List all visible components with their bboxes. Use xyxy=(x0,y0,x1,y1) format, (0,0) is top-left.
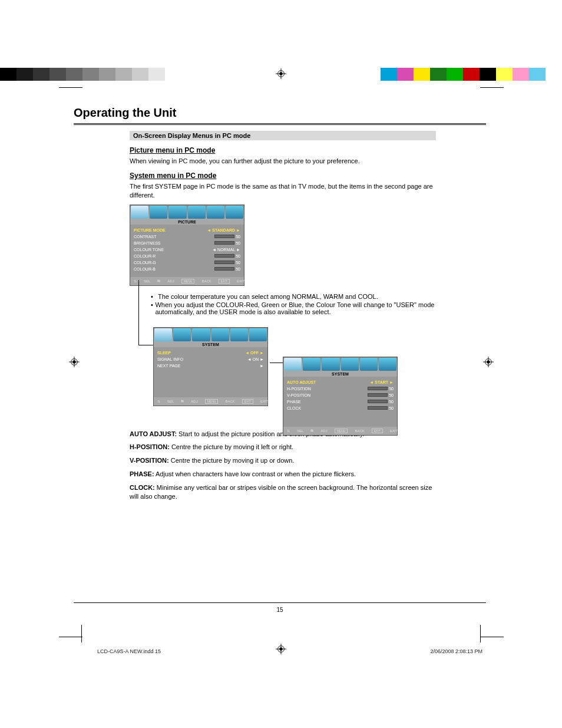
arrow-left-icon[interactable]: ◄ xyxy=(212,248,216,252)
arrow-right-icon[interactable]: ► xyxy=(260,351,264,355)
osd-tab[interactable] xyxy=(131,206,148,219)
osd-row[interactable]: SIGNAL INFO◄ON► xyxy=(157,356,264,363)
arrow-left-icon[interactable]: ◄ xyxy=(369,380,373,384)
osd-row-label: COLOUR-G xyxy=(134,261,214,265)
osd-row-value: 50 xyxy=(236,241,240,245)
osd-title: SYSTEM xyxy=(283,371,397,377)
osd-title: PICTURE xyxy=(130,219,244,225)
osd-row-label: PHASE xyxy=(287,400,368,404)
page-title: Operating the Unit xyxy=(74,106,486,120)
arrow-left-icon[interactable]: ◄ xyxy=(245,351,249,355)
osd-slider[interactable] xyxy=(214,254,234,258)
arrow-right-icon[interactable]: ► xyxy=(236,248,240,252)
osd-tab[interactable] xyxy=(150,206,167,219)
osd-slider[interactable] xyxy=(214,241,234,245)
osd-row[interactable]: COLOUR-R50 xyxy=(134,253,240,259)
definition-item: CLOCK: Minimise any vertical bar or stri… xyxy=(130,483,436,501)
osd-row-value: 50 xyxy=(236,267,240,271)
osd-tab[interactable] xyxy=(379,358,396,371)
osd-row-value: 50 xyxy=(389,393,394,397)
osd-slider[interactable] xyxy=(368,387,388,390)
osd-tab[interactable] xyxy=(192,328,210,341)
osd-slider[interactable] xyxy=(214,261,234,264)
nav-arrows-icon: ⇆ xyxy=(157,279,160,283)
osd-tab[interactable] xyxy=(211,328,229,341)
osd-row[interactable]: PHASE50 xyxy=(287,398,394,405)
osd-tab[interactable] xyxy=(168,206,186,219)
osd-row-label: BRIGHTNESS xyxy=(134,241,214,245)
osd-slider[interactable] xyxy=(368,400,388,403)
osd-row[interactable]: V-POSITION50 xyxy=(287,392,394,398)
osd-row[interactable]: COLOUR-G50 xyxy=(134,259,240,266)
footer-filename: LCD-CA9S-A NEW.indd 15 xyxy=(97,648,161,654)
section-heading: System menu in PC mode xyxy=(130,172,436,180)
osd-row[interactable]: COLOUR TONE◄NORMAL► xyxy=(134,246,240,253)
arrow-right-icon[interactable]: ► xyxy=(260,357,264,361)
arrow-right-icon[interactable]: ► xyxy=(260,364,264,368)
body-text: The first SYSTEM page in PC mode is the … xyxy=(130,182,436,200)
osd-slider[interactable] xyxy=(214,235,234,238)
definition-item: H-POSITION: Centre the picture by moving… xyxy=(130,443,436,452)
osd-row-label: SIGNAL INFO xyxy=(157,357,247,361)
osd-row-label: CLOCK xyxy=(287,406,368,410)
nav-arrows-icon: ⇅ xyxy=(157,399,160,403)
osd-row-value: 50 xyxy=(236,235,240,239)
osd-tab[interactable] xyxy=(173,328,191,341)
osd-row-label: COLOUR-R xyxy=(134,254,214,258)
osd-title: SYSTEM xyxy=(154,342,267,347)
nav-arrows-icon: ⇅ xyxy=(134,279,137,283)
bullet-item: •When you adjust the COLOUR-Red, Green o… xyxy=(151,301,436,315)
osd-row-label: PICTURE MODE xyxy=(134,228,207,232)
osd-row-value: 50 xyxy=(236,254,240,258)
osd-row-value: OFF xyxy=(250,351,259,355)
osd-footer: ⇅SEL⇆ADJMENUBACKEXITEXIT xyxy=(130,277,244,285)
nav-arrows-icon: ⇆ xyxy=(310,429,313,433)
osd-row-label: NEXT PAGE xyxy=(157,364,260,368)
osd-slider[interactable] xyxy=(368,393,388,397)
callout-line xyxy=(270,363,283,363)
osd-row[interactable]: AUTO ADJUST◄START► xyxy=(287,379,394,386)
osd-row-label: COLOUR TONE xyxy=(134,248,212,252)
osd-slider[interactable] xyxy=(214,267,234,271)
osd-row[interactable]: SLEEP◄OFF► xyxy=(157,350,264,356)
osd-row[interactable]: BRIGHTNESS50 xyxy=(134,240,240,246)
bullet-item: •The colour temperature you can select a… xyxy=(151,293,436,300)
osd-row-value: 50 xyxy=(236,261,240,265)
osd-tab[interactable] xyxy=(207,206,224,219)
osd-tab[interactable] xyxy=(230,328,248,341)
osd-tab[interactable] xyxy=(341,358,359,371)
osd-row[interactable]: H-POSITION50 xyxy=(287,386,394,392)
osd-row[interactable]: NEXT PAGE► xyxy=(157,363,264,369)
arrow-right-icon[interactable]: ► xyxy=(236,228,240,232)
page-number: 15 xyxy=(74,607,486,613)
osd-row[interactable]: CONTRAST50 xyxy=(134,233,240,240)
divider xyxy=(74,123,486,125)
osd-system-menu-1: SYSTEMSLEEP◄OFF►SIGNAL INFO◄ON►NEXT PAGE… xyxy=(153,327,268,406)
print-footer: LCD-CA9S-A NEW.indd 15 2/06/2008 2:08:13… xyxy=(97,648,482,654)
osd-picture-menu: PICTUREPICTURE MODE◄STANDARD►CONTRAST50B… xyxy=(130,205,244,286)
osd-row-label: AUTO ADJUST xyxy=(287,380,369,384)
crop-mark xyxy=(59,637,82,637)
osd-system-menu-2: SYSTEMAUTO ADJUST◄START►H-POSITION50V-PO… xyxy=(283,357,398,436)
arrow-left-icon[interactable]: ◄ xyxy=(247,357,252,361)
osd-row-value: NORMAL xyxy=(217,248,235,252)
arrow-left-icon[interactable]: ◄ xyxy=(207,228,211,232)
osd-tab[interactable] xyxy=(303,358,320,371)
osd-row[interactable]: PICTURE MODE◄STANDARD► xyxy=(134,227,240,233)
osd-tab[interactable] xyxy=(360,358,378,371)
osd-slider[interactable] xyxy=(368,406,388,410)
crop-mark xyxy=(480,637,504,637)
osd-tab[interactable] xyxy=(154,328,172,341)
osd-tab[interactable] xyxy=(322,358,339,371)
osd-row-label: COLOUR-B xyxy=(134,267,214,271)
osd-tab[interactable] xyxy=(249,328,267,341)
osd-tab[interactable] xyxy=(226,206,243,219)
osd-row-label: H-POSITION xyxy=(287,387,368,391)
osd-tab[interactable] xyxy=(188,206,206,219)
arrow-right-icon[interactable]: ► xyxy=(389,380,394,384)
osd-row[interactable]: COLOUR-B50 xyxy=(134,266,240,272)
definition-item: V-POSITION: Centre the picture by moving… xyxy=(130,456,436,465)
definition-item: PHASE: Adjust when characters have low c… xyxy=(130,470,436,479)
osd-tab[interactable] xyxy=(284,358,302,371)
osd-row[interactable]: CLOCK50 xyxy=(287,405,394,411)
